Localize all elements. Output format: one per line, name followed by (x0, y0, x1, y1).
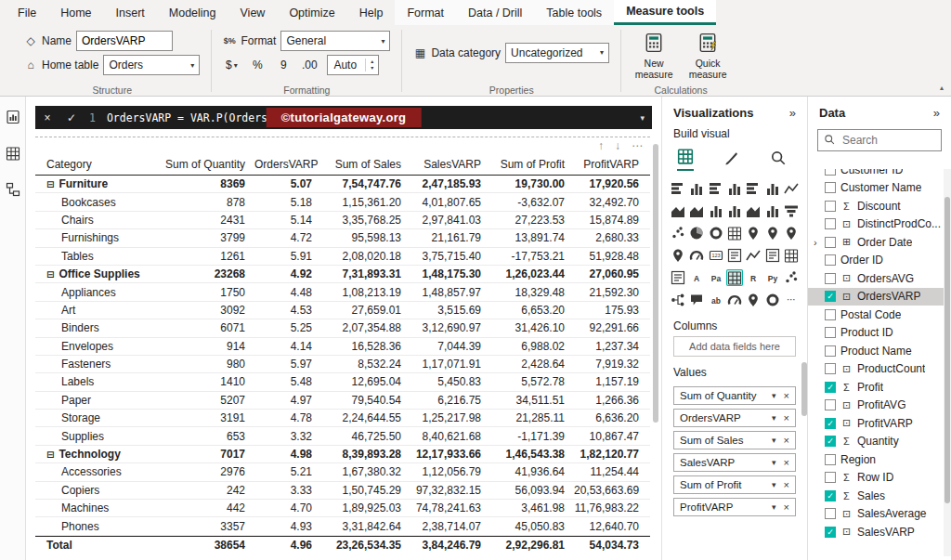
matrix-row-fasteners[interactable]: Fasteners9805.978,532.241,17,071.912,428… (35, 356, 650, 373)
visual-type-multi-row-card-icon[interactable] (726, 247, 743, 264)
chevron-down-icon[interactable]: ▾ (772, 458, 776, 467)
visual-type-r-script-visual-icon[interactable]: R (745, 269, 762, 286)
chevron-down-icon[interactable]: ▾ (772, 502, 776, 512)
decimal-places-spinner[interactable]: Auto ▴ ▾ (327, 55, 379, 75)
visual-type-arcgis-map-icon[interactable] (745, 292, 762, 308)
canvas-scrollbar[interactable] (652, 138, 659, 554)
visual-type-scatter-chart-icon[interactable] (670, 225, 686, 241)
field-checkbox[interactable]: ✓ (825, 327, 836, 338)
thousands-separator-button[interactable]: 9 (275, 56, 292, 74)
quick-measure-button[interactable]: Quick measure (686, 33, 729, 80)
decimal-places-button[interactable]: .00 (301, 56, 318, 74)
field-item-product-id[interactable]: ✓Product ID (808, 324, 944, 343)
field-checkbox[interactable]: ✓ (825, 309, 836, 320)
visual-type-gauge-icon[interactable] (688, 247, 705, 264)
collapse-visualizations-pane-icon[interactable]: » (789, 106, 796, 120)
field-checkbox[interactable]: ✓ (825, 418, 836, 429)
field-item-row-id[interactable]: ✓ΣRow ID (808, 469, 944, 488)
matrix-row-envelopes[interactable]: Envelopes9144.1416,528.367,044.396,988.0… (35, 338, 650, 356)
field-item-productcount[interactable]: ✓⊡ProductCount (808, 360, 944, 379)
matrix-row-technology[interactable]: ⊟Technology70174.988,39,893.2812,17,933.… (35, 446, 650, 463)
visual-type-kpi-icon[interactable] (745, 247, 762, 264)
ribbon-tab-view[interactable]: View (228, 0, 278, 25)
chevron-down-icon[interactable]: ▾ (772, 480, 776, 489)
ribbon-tab-help[interactable]: Help (347, 0, 396, 25)
visual-type-donut-chart-icon[interactable] (708, 225, 724, 241)
remove-field-icon[interactable]: × (784, 435, 789, 446)
field-checkbox[interactable]: ✓ (825, 472, 836, 483)
matrix-row-storage[interactable]: Storage31914.782,24,644.551,25,217.9821,… (35, 410, 650, 427)
matrix-row-art[interactable]: Art30924.5327,659.013,515.696,653.20175.… (35, 302, 650, 319)
ribbon-tab-table-tools[interactable]: Table tools (534, 0, 614, 25)
matrix-row-phones[interactable]: Phones33574.933,31,842.642,38,714.0745,0… (35, 517, 650, 535)
matrix-row-paper[interactable]: Paper52074.9779,540.546,216.7534,511.511… (35, 392, 650, 410)
matrix-row-binders[interactable]: Binders60715.252,07,354.883,12,690.9731,… (35, 319, 650, 337)
format-select[interactable]: General ▾ (280, 31, 390, 51)
spinner-down-icon[interactable]: ▾ (366, 65, 378, 72)
values-field-sum-of-sales[interactable]: Sum of Sales▾× (673, 431, 796, 449)
field-item-salesaverage[interactable]: ✓⊡SalesAverage (808, 505, 944, 524)
field-item-postal-code[interactable]: ✓Postal Code (808, 306, 944, 324)
collapse-group-icon[interactable]: ⊟ (46, 179, 54, 189)
visual-type-line-and-stacked-column-chart-icon[interactable] (708, 202, 724, 219)
field-item-profitavg[interactable]: ✓⊡ProfitAVG (808, 397, 944, 415)
visual-type-smart-narrative-icon[interactable]: ab (708, 292, 724, 308)
ribbon-tab-file[interactable]: File (6, 0, 48, 25)
build-visual-tab[interactable] (677, 148, 694, 171)
visual-type-stacked-column-chart-icon[interactable] (688, 180, 705, 197)
visual-type-matrix-icon[interactable] (726, 269, 743, 286)
visual-type-line-and-clustered-column-chart-icon[interactable] (726, 202, 743, 219)
field-checkbox[interactable]: ✓ (825, 527, 836, 538)
column-header-profitvarp[interactable]: ProfitVARP (574, 158, 648, 171)
field-checkbox[interactable]: ✓ (825, 363, 836, 374)
visual-type-power-automate-icon[interactable]: Pa (708, 269, 724, 286)
visual-type-metrics-icon[interactable] (726, 292, 743, 308)
field-checkbox[interactable]: ✓ (825, 169, 836, 176)
field-item-customer-id[interactable]: ✓Customer ID (808, 169, 944, 179)
data-view-icon[interactable] (6, 146, 20, 163)
ribbon-tab-insert[interactable]: Insert (104, 0, 157, 25)
matrix-row-total[interactable]: Total386544.9623,26,534.353,84,246.792,9… (35, 536, 650, 553)
visual-type-map-icon[interactable] (745, 225, 762, 241)
field-item-order-id[interactable]: ✓Order ID (808, 252, 944, 270)
chevron-down-icon[interactable]: ▾ (772, 413, 776, 423)
visual-type-stacked-bar-chart-icon[interactable] (670, 180, 686, 197)
format-visual-tab[interactable] (723, 150, 740, 171)
matrix-row-tables[interactable]: Tables12615.912,08,020.183,75,715.40-17,… (35, 248, 650, 266)
matrix-row-appliances[interactable]: Appliances17504.481,08,213.191,48,857.97… (35, 283, 650, 301)
field-item-ordersvarp[interactable]: ✓⊡OrdersVARP (808, 288, 944, 306)
ribbon-tab-measure-tools[interactable]: Measure tools (614, 0, 716, 25)
field-checkbox[interactable]: ✓ (825, 291, 836, 302)
field-item-discount[interactable]: ✓ΣDiscount (808, 197, 944, 215)
field-item-salesvarp[interactable]: ✓⊡SalesVARP (808, 523, 944, 541)
chevron-down-icon[interactable]: ▾ (772, 436, 776, 445)
visual-type-treemap-icon[interactable] (726, 225, 743, 241)
analytics-tab[interactable] (770, 150, 787, 171)
field-checkbox[interactable]: ✓ (825, 254, 836, 266)
new-measure-button[interactable]: New measure (632, 33, 675, 80)
field-checkbox[interactable]: ✓ (825, 237, 836, 248)
field-item-region[interactable]: ✓Region (808, 450, 944, 469)
visual-type-azure-map-icon[interactable] (670, 247, 686, 264)
more-options-icon[interactable]: ⋯ (632, 139, 643, 152)
measure-name-input[interactable] (76, 31, 173, 51)
remove-field-icon[interactable]: × (784, 390, 789, 401)
ribbon-tab-format[interactable]: Format (395, 0, 456, 25)
field-item-customer-name[interactable]: ✓Customer Name (808, 179, 944, 198)
visual-type-clustered-bar-chart-icon[interactable] (708, 180, 724, 197)
visual-type-ribbon-chart-icon[interactable] (745, 202, 762, 219)
field-checkbox[interactable]: ✓ (825, 508, 836, 519)
visual-type-funnel-chart-icon[interactable] (783, 202, 800, 219)
field-item-distinctprodco[interactable]: ✓⊡DistinctProdCo... (808, 215, 944, 234)
field-checkbox[interactable]: ✓ (825, 218, 836, 229)
visual-type-100-stacked-bar-chart-icon[interactable] (745, 180, 762, 197)
remove-field-icon[interactable]: × (784, 479, 789, 490)
data-pane-scrollbar[interactable] (944, 169, 951, 556)
visual-type-clustered-column-chart-icon[interactable] (726, 180, 743, 197)
values-field-ordersvarp[interactable]: OrdersVARP▾× (673, 409, 796, 427)
column-header-sum-of-quantity[interactable]: Sum of Quantity (162, 158, 254, 171)
visual-type-custom-visual-icon[interactable] (764, 292, 781, 308)
field-checkbox[interactable]: ✓ (825, 201, 836, 212)
matrix-visual[interactable]: ↑ ↓ ⋯ CategorySum of QuantityOrdersVARPS… (35, 137, 650, 555)
field-item-profitvarp[interactable]: ✓⊡ProfitVARP (808, 414, 944, 433)
